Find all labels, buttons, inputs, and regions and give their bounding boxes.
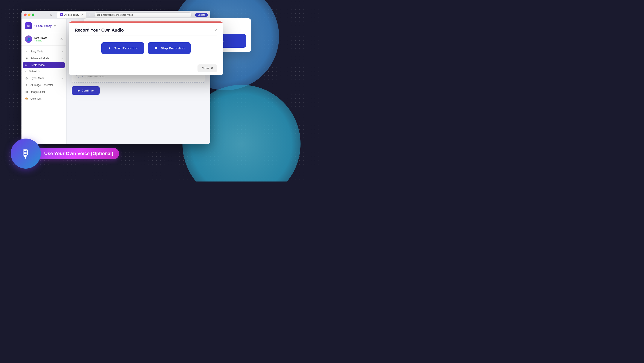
color-list-icon: 🎨 bbox=[25, 97, 28, 101]
easy-mode-chevron: › bbox=[62, 51, 63, 53]
advanced-mode-label: Advanced Mode bbox=[30, 57, 49, 60]
user-avatar: 👤 bbox=[25, 36, 32, 43]
record-audio-modal: Record Your Own Audio ✕ 🎙 Start Recordin… bbox=[69, 22, 223, 75]
sidebar-item-color-list[interactable]: 🎨 Color List bbox=[22, 95, 66, 102]
browser-chrome: ← → ↻ AI AIFaceFrenzy ✕ + app.aifacefren… bbox=[22, 11, 210, 19]
sidebar-item-hyper-mode[interactable]: ◎ Hyper Mode › bbox=[22, 75, 66, 82]
sidebar-item-advanced-mode[interactable]: ⊞ Advanced Mode ∧ bbox=[22, 55, 66, 62]
image-editor-icon: 🖼 bbox=[25, 90, 28, 94]
advanced-mode-icon: ⊞ bbox=[25, 57, 28, 60]
maximize-window-btn[interactable] bbox=[32, 14, 34, 16]
modal-title: Record Your Own Audio bbox=[75, 28, 124, 33]
promo-card: 🎙 Use Your Own Voice (Optional) bbox=[11, 139, 119, 169]
sidebar-item-easy-mode[interactable]: ≡ Easy Mode › bbox=[22, 48, 66, 55]
active-dot bbox=[25, 65, 26, 66]
logo-refresh-icon: ↻ bbox=[54, 25, 56, 27]
easy-mode-label: Easy Mode bbox=[30, 50, 43, 53]
forward-btn[interactable]: → bbox=[42, 13, 47, 17]
video-list-label: Video List bbox=[29, 70, 40, 73]
ai-image-icon: ✦ bbox=[25, 83, 28, 87]
advanced-mode-chevron: ∧ bbox=[62, 57, 63, 60]
sidebar: AI AIFaceFrenzy ↻ 👤 ram_rawat ● online ⚙… bbox=[22, 19, 66, 144]
hyper-mode-icon: ◎ bbox=[25, 77, 28, 80]
sidebar-nav: ≡ Easy Mode › ⊞ Advanced Mode ∧ Create V… bbox=[22, 46, 66, 105]
hyper-mode-label: Hyper Mode bbox=[30, 77, 44, 80]
browser-tab[interactable]: AI AIFaceFrenzy ✕ bbox=[57, 12, 86, 18]
user-info: ram_rawat ● online bbox=[34, 37, 58, 42]
easy-mode-icon: ≡ bbox=[25, 50, 28, 53]
sidebar-item-image-editor[interactable]: 🖼 Image Editor bbox=[22, 89, 66, 95]
color-list-label: Color List bbox=[30, 97, 42, 100]
promo-mic-circle: 🎙 bbox=[11, 139, 41, 169]
tab-favicon: AI bbox=[60, 13, 63, 16]
stop-recording-btn[interactable]: ⏹ Stop Recording bbox=[148, 42, 190, 54]
update-btn[interactable]: Update bbox=[195, 13, 208, 17]
hyper-mode-chevron: › bbox=[62, 77, 63, 80]
modal-close-footer-btn[interactable]: Close ✕ bbox=[198, 65, 217, 72]
logo-text: AIFaceFrenzy bbox=[34, 24, 52, 28]
modal-body: 🎙 Start Recording ⏹ Stop Recording bbox=[69, 36, 223, 61]
promo-text-pill: Use Your Own Voice (Optional) bbox=[36, 148, 119, 159]
user-status: ● online bbox=[34, 40, 58, 42]
modal-footer: Close ✕ bbox=[69, 61, 223, 75]
sidebar-item-ai-image-generator[interactable]: ✦ AI Image Generator bbox=[22, 82, 66, 89]
user-name: ram_rawat bbox=[34, 37, 58, 40]
ai-image-label: AI Image Generator bbox=[30, 84, 53, 87]
new-tab-btn[interactable]: + bbox=[89, 13, 90, 17]
start-recording-icon: 🎙 bbox=[107, 46, 112, 51]
minimize-window-btn[interactable] bbox=[28, 14, 30, 16]
sidebar-item-video-list[interactable]: Video List bbox=[22, 68, 66, 75]
refresh-btn[interactable]: ↻ bbox=[49, 13, 53, 17]
video-list-dot bbox=[25, 71, 26, 72]
logo-icon: AI bbox=[25, 22, 32, 29]
modal-close-btn[interactable]: ✕ bbox=[214, 28, 217, 33]
tab-close-btn[interactable]: ✕ bbox=[81, 13, 83, 16]
continue-arrow-icon: ▶ bbox=[78, 89, 80, 92]
modal-header: Record Your Own Audio ✕ bbox=[69, 23, 223, 35]
create-video-label: Create Video bbox=[30, 64, 45, 67]
settings-icon[interactable]: ⚙ bbox=[60, 38, 63, 41]
start-recording-btn[interactable]: 🎙 Start Recording bbox=[101, 42, 144, 54]
address-bar[interactable]: app.aifacefrenzy.com/create_video bbox=[94, 13, 192, 17]
sidebar-user: 👤 ram_rawat ● online ⚙ bbox=[22, 33, 66, 46]
sidebar-item-create-video[interactable]: Create Video bbox=[23, 62, 64, 68]
stop-recording-icon: ⏹ bbox=[154, 46, 158, 51]
close-window-btn[interactable] bbox=[24, 14, 26, 16]
tab-label: AIFaceFrenzy bbox=[64, 14, 79, 16]
continue-button[interactable]: ▶ Continue bbox=[72, 86, 100, 95]
image-editor-label: Image Editor bbox=[30, 90, 45, 93]
back-btn[interactable]: ← bbox=[36, 13, 41, 17]
promo-microphone-icon: 🎙 bbox=[20, 147, 32, 161]
sidebar-logo: AI AIFaceFrenzy ↻ bbox=[22, 22, 66, 33]
close-x-icon: ✕ bbox=[210, 67, 213, 70]
traffic-lights bbox=[24, 14, 34, 16]
